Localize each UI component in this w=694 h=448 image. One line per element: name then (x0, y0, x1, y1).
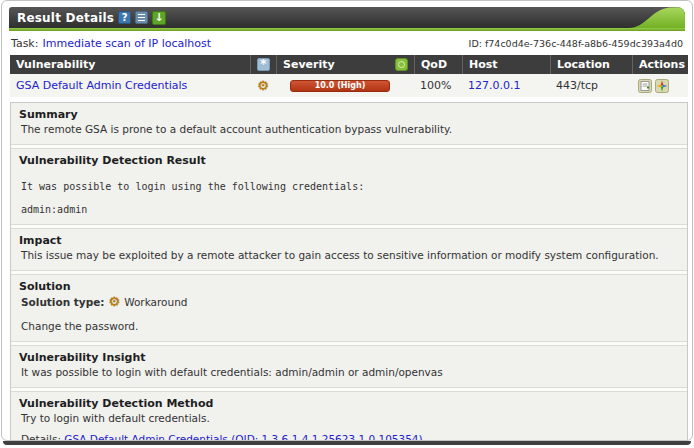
section-summary: Summary The remote GSA is prone to a def… (11, 103, 687, 144)
detection-result-line2: admin:admin (19, 204, 679, 215)
add-override-icon[interactable] (655, 79, 669, 93)
summary-heading: Summary (19, 108, 679, 121)
task-label: Task: (11, 37, 38, 50)
insight-text: It was possible to login with default cr… (19, 366, 679, 378)
detection-result-heading: Vulnerability Detection Result (19, 154, 679, 167)
download-icon[interactable]: ↓ (152, 11, 166, 25)
impact-heading: Impact (19, 234, 679, 247)
section-impact: Impact This issue may be exploited by a … (11, 229, 687, 270)
table-header-row: Vulnerability * Severity QoD Host Locati… (10, 55, 688, 74)
green-swoosh-decoration (629, 7, 685, 28)
details-label: Details: (21, 433, 61, 441)
solution-type-label: Solution type: (21, 296, 105, 308)
solution-type-value: Workaround (124, 296, 187, 308)
page-title: Result Details (17, 11, 114, 25)
result-details-window: Result Details ? ↓ Task:Immediate scan o… (1, 0, 693, 441)
result-row: GSA Default Admin Credentials ⚙ 10.0 (Hi… (10, 74, 688, 97)
column-header-solution-type: * (250, 55, 276, 74)
column-header-severity: Severity (276, 55, 414, 74)
impact-text: This issue may be exploited by a remote … (19, 249, 679, 261)
host-link[interactable]: 127.0.0.1 (468, 79, 520, 92)
spacer (19, 424, 679, 433)
green-accent-line (9, 28, 685, 31)
severity-toggle-icon[interactable] (395, 58, 408, 71)
list-icon-lines (138, 14, 145, 21)
result-detail-panel: Summary The remote GSA is prone to a def… (10, 102, 688, 441)
solution-type-line: Solution type: ⚙ Workaround (19, 295, 679, 308)
severity-bar: 10.0 (High) (290, 80, 390, 92)
severity-header-label: Severity (283, 58, 335, 71)
column-header-host: Host (462, 55, 550, 74)
result-id: ID: f74c0d4e-736c-448f-a8b6-459dc393a4d0 (469, 38, 683, 49)
column-header-actions: Actions (632, 55, 688, 74)
solution-heading: Solution (19, 280, 679, 293)
titlebar-icons: ? ↓ (118, 11, 166, 25)
host-cell: 127.0.0.1 (462, 74, 550, 97)
result-table: Vulnerability * Severity QoD Host Locati… (10, 55, 688, 97)
insight-heading: Vulnerability Insight (19, 351, 679, 364)
column-header-vulnerability: Vulnerability (10, 55, 250, 74)
column-header-qod: QoD (414, 55, 462, 74)
section-solution: Solution Solution type: ⚙ Workaround Cha… (11, 275, 687, 341)
location-cell: 443/tcp (550, 74, 632, 97)
severity-cell: 10.0 (High) (276, 74, 414, 97)
section-insight: Vulnerability Insight It was possible to… (11, 346, 687, 387)
workaround-gear-icon: ⚙ (257, 78, 269, 93)
qod-cell: 100% (414, 74, 462, 97)
vulnerability-link[interactable]: GSA Default Admin Credentials (16, 79, 187, 92)
actions-cell (632, 74, 688, 97)
task-row: Task:Immediate scan of IP localhost ID: … (11, 37, 683, 50)
task-line: Task:Immediate scan of IP localhost (11, 37, 211, 50)
section-detection-result: Vulnerability Detection Result It was po… (11, 149, 687, 224)
nvt-details-link[interactable]: GSA Default Admin Credentials (OID: 1.3.… (64, 433, 422, 441)
vulnerability-cell: GSA Default Admin Credentials (10, 74, 250, 97)
task-link[interactable]: Immediate scan of IP localhost (42, 37, 211, 50)
section-detection-method: Vulnerability Detection Method Try to lo… (11, 392, 687, 441)
solution-text: Change the password. (19, 320, 679, 332)
list-icon[interactable] (135, 11, 148, 24)
detection-result-line1: It was possible to login using the follo… (19, 181, 679, 192)
add-note-icon[interactable] (638, 79, 652, 93)
spacer (19, 169, 679, 181)
summary-text: The remote GSA is prone to a default acc… (19, 123, 679, 135)
solution-type-cell: ⚙ (250, 74, 276, 97)
help-icon[interactable]: ? (118, 11, 131, 24)
window-drop-shadow (3, 441, 691, 445)
titlebar: Result Details ? ↓ (9, 7, 685, 28)
spacer (19, 308, 679, 320)
details-line: Details: GSA Default Admin Credentials (… (19, 433, 679, 441)
spacer (19, 192, 679, 204)
column-header-location: Location (550, 55, 632, 74)
workaround-gear-icon: ⚙ (109, 295, 121, 308)
solution-type-column-icon: * (257, 58, 270, 71)
detection-method-text: Try to login with default credentials. (19, 412, 679, 424)
detection-method-heading: Vulnerability Detection Method (19, 397, 679, 410)
